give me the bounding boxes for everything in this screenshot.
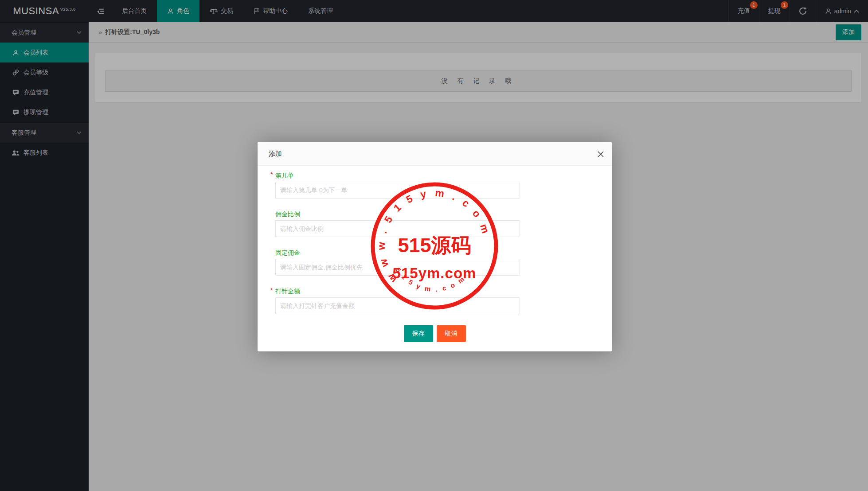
form-field-commission-ratio: 佣金比例	[275, 210, 594, 237]
dialog-buttons: 保存 取消	[275, 325, 594, 342]
dialog-body: * 第几单 佣金比例 固定佣金	[258, 166, 612, 342]
field-label: * 打针金额	[275, 287, 300, 296]
commission-ratio-input[interactable]	[275, 220, 520, 237]
dialog-title: 添加	[269, 150, 282, 157]
cancel-button[interactable]: 取消	[437, 325, 466, 342]
close-button[interactable]	[598, 142, 604, 166]
field-label: 佣金比例	[275, 210, 300, 218]
injection-amount-input[interactable]	[275, 297, 520, 314]
required-asterisk: *	[270, 170, 273, 179]
form-field-order-number: * 第几单	[275, 171, 594, 199]
field-label: 固定佣金	[275, 248, 300, 257]
add-dialog: 添加 * 第几单 佣金比例	[258, 142, 612, 351]
form-field-fixed-commission: 固定佣金	[275, 248, 594, 276]
order-number-input[interactable]	[275, 182, 520, 199]
form-field-injection-amount: * 打针金额	[275, 287, 594, 314]
required-asterisk: *	[270, 286, 273, 295]
app-root: MUSINSA V25.3.6 后台首页 角	[0, 0, 868, 491]
fixed-commission-input[interactable]	[275, 259, 520, 276]
dialog-header: 添加	[258, 142, 612, 166]
save-button[interactable]: 保存	[404, 325, 433, 342]
field-label: * 第几单	[275, 171, 294, 180]
